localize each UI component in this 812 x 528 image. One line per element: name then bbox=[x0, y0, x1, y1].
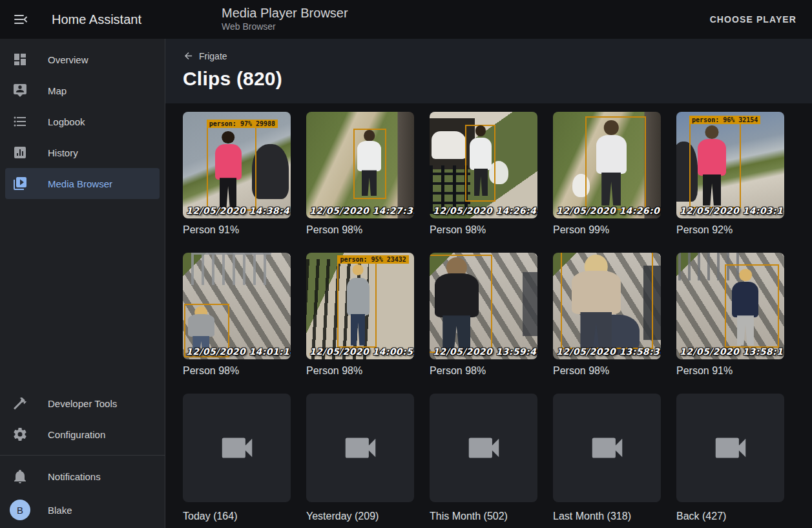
media-player-header: Media Player Browser Web Browser bbox=[222, 5, 348, 32]
sidebar-user-profile[interactable]: B Blake bbox=[0, 492, 165, 528]
folder-tile bbox=[430, 394, 537, 502]
clip-thumbnail: 12/05/2020 14:26:07 bbox=[553, 112, 661, 218]
clip-caption: Person 98% bbox=[183, 364, 291, 377]
view-dashboard-icon bbox=[12, 52, 28, 67]
sidebar-item-overview[interactable]: Overview bbox=[0, 44, 165, 75]
folder-item-this-month[interactable]: This Month (502) bbox=[430, 394, 537, 522]
sidebar-item-label: Overview bbox=[48, 54, 88, 65]
clip-caption: Person 98% bbox=[430, 364, 537, 377]
clip-caption: Person 98% bbox=[306, 224, 414, 236]
person-figure bbox=[568, 255, 624, 348]
clip-item[interactable]: 12/05/2020 14:01:14 Person 98% bbox=[183, 253, 291, 377]
clip-item[interactable]: 12/05/2020 14:27:35 Person 98% bbox=[306, 112, 414, 236]
page-section-title: Clips (820) bbox=[183, 68, 812, 90]
folder-item-back[interactable]: Back (427) bbox=[676, 394, 784, 522]
folder-item-last-month[interactable]: Last Month (318) bbox=[553, 394, 661, 522]
app-bar: Home Assistant Media Player Browser Web … bbox=[0, 0, 812, 39]
clip-timestamp: 12/05/2020 13:58:30 bbox=[556, 346, 661, 357]
video-camera-icon bbox=[217, 428, 257, 468]
play-box-multiple-icon bbox=[12, 176, 28, 191]
clip-timestamp: 12/05/2020 14:38:47 bbox=[186, 206, 291, 216]
person-figure bbox=[696, 125, 728, 206]
breadcrumb[interactable]: Frigate bbox=[183, 50, 227, 61]
person-figure bbox=[468, 125, 493, 196]
clip-item[interactable]: 12/05/2020 14:26:07 Person 99% bbox=[553, 112, 661, 236]
person-figure bbox=[432, 257, 481, 354]
person-figure bbox=[356, 130, 383, 196]
clip-timestamp: 12/05/2020 14:00:52 bbox=[309, 346, 414, 357]
folder-caption: This Month (502) bbox=[430, 510, 537, 522]
sidebar-item-label: History bbox=[48, 147, 78, 158]
user-name: Blake bbox=[48, 505, 72, 516]
scene-shape bbox=[191, 253, 271, 285]
hammer-icon bbox=[12, 396, 28, 411]
page-title: Media Player Browser bbox=[222, 5, 348, 21]
clip-thumbnail: person: 95% 23432 12/05/2020 14:00:52 bbox=[306, 253, 414, 359]
folder-tile bbox=[306, 394, 414, 502]
folder-tile bbox=[553, 394, 661, 502]
clip-thumbnail: 12/05/2020 13:58:17 bbox=[676, 253, 784, 359]
main-content: Frigate Clips (820) person: 97% 29988 12… bbox=[165, 39, 812, 528]
sidebar-item-configuration[interactable]: Configuration bbox=[0, 419, 165, 450]
clip-caption: Person 91% bbox=[183, 224, 291, 236]
scene-shape bbox=[432, 131, 466, 159]
chart-box-icon bbox=[12, 145, 28, 160]
gear-icon bbox=[12, 427, 28, 442]
clip-item[interactable]: 12/05/2020 13:58:30 Person 98% bbox=[553, 253, 661, 377]
clip-timestamp: 12/05/2020 14:26:48 bbox=[433, 206, 537, 216]
arrow-left-icon bbox=[183, 50, 194, 61]
folder-caption: Today (164) bbox=[183, 510, 291, 522]
clip-thumbnail: 12/05/2020 14:01:14 bbox=[183, 253, 291, 359]
person-figure bbox=[213, 131, 244, 208]
sidebar-item-label: Map bbox=[48, 85, 67, 96]
sidebar-item-label: Developer Tools bbox=[48, 398, 117, 409]
clip-item[interactable]: 12/05/2020 13:59:49 Person 98% bbox=[430, 253, 537, 377]
clip-caption: Person 92% bbox=[676, 224, 784, 236]
scene-shape bbox=[523, 272, 537, 336]
folder-item-today[interactable]: Today (164) bbox=[183, 394, 291, 522]
clip-timestamp: 12/05/2020 14:03:17 bbox=[680, 206, 784, 216]
detection-label: person: 96% 32154 bbox=[689, 116, 760, 124]
clip-thumbnail: 12/05/2020 14:26:48 bbox=[430, 112, 537, 218]
clip-thumbnail: 12/05/2020 14:27:35 bbox=[306, 112, 414, 218]
sidebar-item-notifications[interactable]: Notifications bbox=[0, 461, 165, 492]
sidebar: Overview Map Logbook History Media Brows… bbox=[0, 39, 165, 528]
clip-item[interactable]: 12/05/2020 13:58:17 Person 91% bbox=[676, 253, 784, 377]
clip-item[interactable]: person: 95% 23432 12/05/2020 14:00:52 Pe… bbox=[306, 253, 414, 377]
media-grid: person: 97% 29988 12/05/2020 14:38:47 Pe… bbox=[165, 103, 812, 528]
clip-item[interactable]: 12/05/2020 14:26:48 Person 98% bbox=[430, 112, 537, 236]
sidebar-item-map[interactable]: Map bbox=[0, 75, 165, 106]
clip-caption: Person 98% bbox=[553, 364, 661, 377]
clip-item[interactable]: person: 96% 32154 12/05/2020 14:03:17 Pe… bbox=[676, 112, 784, 236]
video-camera-icon bbox=[464, 428, 504, 468]
sidebar-divider bbox=[0, 455, 165, 456]
page-subtitle: Web Browser bbox=[222, 21, 348, 32]
scene-shape bbox=[252, 144, 289, 200]
clip-caption: Person 99% bbox=[553, 224, 661, 236]
video-camera-icon bbox=[711, 428, 751, 468]
clip-caption: Person 98% bbox=[306, 364, 414, 377]
folder-caption: Last Month (318) bbox=[553, 510, 661, 522]
sidebar-item-label: Configuration bbox=[48, 429, 105, 440]
sidebar-item-logbook[interactable]: Logbook bbox=[0, 106, 165, 137]
sidebar-item-history[interactable]: History bbox=[0, 137, 165, 168]
menu-open-icon[interactable] bbox=[13, 12, 28, 27]
folder-caption: Back (427) bbox=[676, 510, 784, 522]
clip-timestamp: 12/05/2020 13:58:17 bbox=[680, 346, 784, 357]
clip-timestamp: 12/05/2020 14:27:35 bbox=[309, 206, 414, 216]
video-camera-icon bbox=[340, 428, 380, 468]
sidebar-item-developer-tools[interactable]: Developer Tools bbox=[0, 388, 165, 419]
avatar: B bbox=[10, 500, 30, 520]
sidebar-item-label: Logbook bbox=[48, 116, 85, 127]
sidebar-item-media-browser[interactable]: Media Browser bbox=[5, 168, 160, 199]
folder-item-yesterday[interactable]: Yesterday (209) bbox=[306, 394, 414, 522]
clip-thumbnail: person: 96% 32154 12/05/2020 14:03:17 bbox=[676, 112, 784, 218]
content-header: Frigate Clips (820) bbox=[165, 39, 812, 103]
detection-label: person: 97% 29988 bbox=[207, 120, 278, 128]
clip-thumbnail: 12/05/2020 13:59:49 bbox=[430, 253, 537, 359]
choose-player-button[interactable]: CHOOSE PLAYER bbox=[705, 9, 802, 30]
person-figure bbox=[594, 120, 628, 206]
tooltip-account-icon bbox=[12, 83, 28, 98]
person-figure bbox=[731, 269, 761, 346]
clip-item[interactable]: person: 97% 29988 12/05/2020 14:38:47 Pe… bbox=[183, 112, 291, 236]
